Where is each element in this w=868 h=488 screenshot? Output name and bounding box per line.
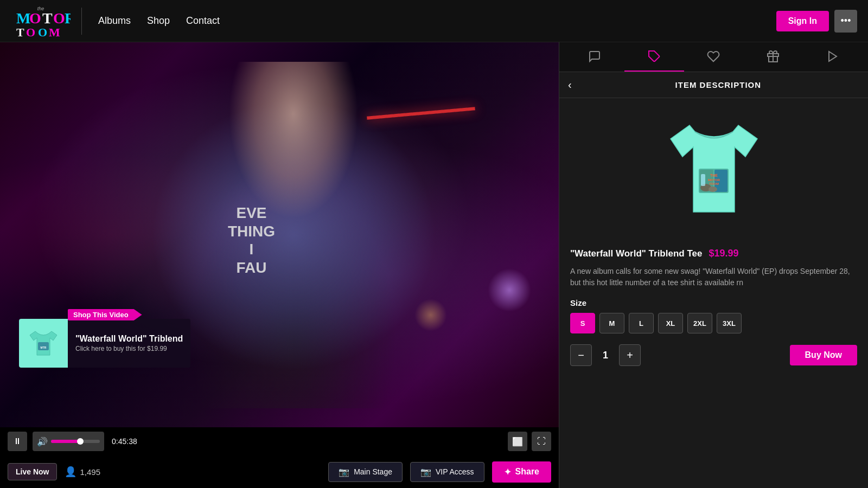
video-timestamp: 0:45:38	[112, 437, 137, 446]
main-stage-button[interactable]: 📷 Main Stage	[328, 462, 403, 482]
tab-chat[interactable]	[565, 42, 624, 72]
shirt-text: EVE THING I FAU	[196, 204, 308, 277]
svg-text:O: O	[26, 25, 35, 39]
product-name: "Waterfall World" Triblend Tee	[570, 248, 702, 259]
pip-button[interactable]: ⬜	[508, 432, 527, 451]
pip-icon: ⬜	[512, 436, 523, 447]
tab-tag[interactable]	[624, 42, 684, 72]
video-background: EVE THING I FAU	[0, 42, 559, 427]
svg-rect-22	[701, 174, 705, 186]
viewers-icon: 👤	[65, 466, 76, 478]
header-actions: Sign In •••	[776, 10, 857, 33]
shop-overlay[interactable]: MTR Shop This Video "Waterfall World" Tr…	[19, 319, 190, 368]
more-menu-button[interactable]: •••	[834, 10, 857, 33]
shop-thumbnail: MTR	[19, 319, 68, 368]
svg-text:O: O	[29, 10, 41, 27]
volume-icon: 🔊	[37, 436, 48, 447]
tab-gift[interactable]	[743, 42, 803, 72]
quantity-increase-button[interactable]: +	[619, 344, 641, 366]
tab-heart[interactable]	[684, 42, 744, 72]
sign-in-button[interactable]: Sign In	[776, 11, 829, 31]
size-label: Size	[570, 298, 857, 307]
pause-icon: ⏸	[13, 436, 22, 446]
header-divider	[81, 8, 82, 35]
camera-icon-vip: 📷	[420, 467, 431, 477]
panel-tabs	[559, 42, 868, 72]
panel-title: ITEM DESCRIPTION	[577, 80, 859, 89]
size-btn-s[interactable]: S	[570, 313, 595, 333]
nav-shop[interactable]: Shop	[147, 15, 170, 27]
main-stage-label: Main Stage	[354, 467, 392, 476]
product-image-area: THE MOTOR TOOM	[559, 98, 868, 239]
quantity-decrease-button[interactable]: −	[570, 344, 592, 366]
buy-now-button[interactable]: Buy Now	[790, 345, 857, 365]
viewers-number: 1,495	[80, 467, 100, 477]
header: the M O T O R T O O M Albums Shop Contac…	[0, 0, 868, 42]
shop-this-video-label: Shop This Video	[68, 309, 142, 320]
svg-text:MOTOR: MOTOR	[707, 178, 720, 182]
share-button[interactable]: ✦ Share	[492, 461, 551, 483]
stage-light-1	[488, 268, 531, 312]
nav-albums[interactable]: Albums	[98, 15, 131, 27]
svg-text:TOOM: TOOM	[709, 182, 719, 185]
logo[interactable]: the M O T O R T O O M	[11, 3, 71, 40]
product-info: "Waterfall World" Triblend Tee $19.99 A …	[559, 239, 868, 488]
svg-text:M: M	[49, 25, 60, 39]
svg-point-21	[709, 187, 717, 192]
panel-header: ‹ ITEM DESCRIPTION	[559, 72, 868, 98]
shop-info: Shop This Video "Waterfall World" Trible…	[68, 319, 190, 368]
pause-button[interactable]: ⏸	[8, 432, 27, 451]
volume-bar[interactable]	[51, 440, 100, 443]
size-btn-m[interactable]: M	[599, 313, 624, 333]
camera-icon-main: 📷	[339, 467, 349, 477]
product-title-row: "Waterfall World" Triblend Tee $19.99	[570, 248, 857, 259]
svg-text:THE: THE	[710, 174, 718, 177]
main-content: EVE THING I FAU MTR	[0, 42, 868, 488]
share-icon: ✦	[504, 467, 511, 477]
video-player[interactable]: EVE THING I FAU MTR	[0, 42, 559, 427]
volume-control[interactable]: 🔊	[33, 432, 104, 451]
video-section: EVE THING I FAU MTR	[0, 42, 559, 488]
volume-fill	[51, 440, 80, 443]
volume-thumb	[77, 438, 84, 445]
svg-text:O: O	[38, 25, 47, 39]
size-btn-2xl[interactable]: 2XL	[687, 313, 712, 333]
nav: Albums Shop Contact	[98, 15, 776, 27]
product-description: A new album calls for some new swag! "Wa…	[570, 266, 857, 288]
shop-overlay-subtitle: Click here to buy this for $19.99	[75, 345, 183, 352]
vip-access-button[interactable]: 📷 VIP Access	[410, 462, 484, 482]
shop-thumbnail-image: MTR	[22, 322, 65, 365]
svg-text:MTR: MTR	[41, 346, 47, 349]
vip-access-label: VIP Access	[436, 467, 474, 476]
share-label: Share	[515, 467, 539, 477]
video-right-controls: ⬜ ⛶	[508, 432, 551, 451]
viewers-count: 👤 1,495	[65, 466, 100, 478]
video-bottom-bar: Live Now 👤 1,495 📷 Main Stage 📷 VIP Acce…	[0, 455, 559, 488]
video-controls: ⏸ 🔊 0:45:38 ⬜ ⛶	[0, 427, 559, 455]
svg-text:O: O	[53, 10, 65, 27]
svg-text:M: M	[16, 10, 30, 27]
quantity-buy-row: − 1 + Buy Now	[570, 344, 857, 366]
size-options: S M L XL 2XL 3XL	[570, 313, 857, 333]
svg-marker-16	[829, 52, 837, 61]
shop-overlay-title: "Waterfall World" Triblend	[75, 334, 183, 344]
size-btn-l[interactable]: L	[629, 313, 654, 333]
back-button[interactable]: ‹	[568, 79, 572, 91]
size-btn-3xl[interactable]: 3XL	[717, 313, 742, 333]
svg-text:T: T	[42, 10, 53, 27]
right-panel: ‹ ITEM DESCRIPTION TH	[559, 42, 868, 488]
svg-text:T: T	[16, 25, 24, 39]
product-image: THE MOTOR TOOM	[654, 109, 774, 228]
nav-contact[interactable]: Contact	[186, 15, 220, 27]
fullscreen-icon: ⛶	[537, 436, 546, 446]
live-now-badge[interactable]: Live Now	[8, 463, 57, 480]
svg-text:R: R	[65, 10, 71, 27]
product-price: $19.99	[709, 248, 738, 259]
fullscreen-button[interactable]: ⛶	[532, 432, 551, 451]
tab-play[interactable]	[803, 42, 863, 72]
size-btn-xl[interactable]: XL	[658, 313, 683, 333]
quantity-value: 1	[597, 350, 614, 361]
